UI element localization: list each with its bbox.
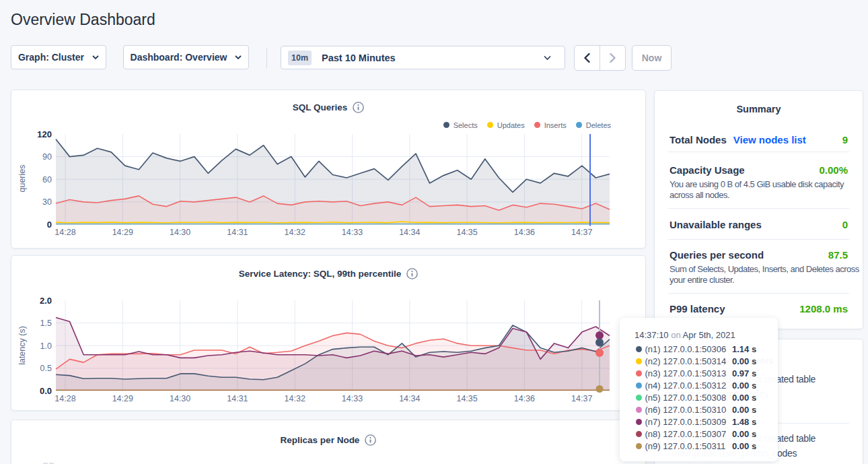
svg-text:60: 60 [42, 175, 52, 185]
svg-text:14:35: 14:35 [456, 228, 477, 237]
svg-text:14:28: 14:28 [55, 228, 75, 237]
svg-text:14:36: 14:36 [514, 228, 535, 237]
svg-text:14:33: 14:33 [342, 394, 363, 403]
svg-text:14:36: 14:36 [514, 394, 535, 403]
svg-text:1.0: 1.0 [40, 341, 52, 351]
svg-text:0.5: 0.5 [40, 364, 52, 373]
svg-text:queries: queries [17, 165, 27, 193]
svg-text:14:37: 14:37 [571, 394, 592, 403]
svg-text:14:30: 14:30 [170, 228, 190, 237]
svg-text:0: 0 [47, 220, 52, 230]
svg-text:14:37: 14:37 [571, 228, 592, 237]
svg-text:14:33: 14:33 [342, 228, 363, 237]
svg-text:14:30: 14:30 [170, 394, 190, 403]
svg-text:30: 30 [42, 197, 52, 207]
svg-text:14:34: 14:34 [399, 228, 420, 237]
svg-text:14:32: 14:32 [285, 394, 305, 403]
svg-text:14:31: 14:31 [227, 228, 248, 237]
svg-text:14:34: 14:34 [399, 394, 420, 403]
svg-text:14:35: 14:35 [456, 394, 477, 403]
svg-text:0.0: 0.0 [40, 386, 52, 396]
svg-text:120: 120 [37, 129, 52, 139]
svg-text:14:29: 14:29 [112, 228, 133, 237]
svg-text:2.0: 2.0 [40, 296, 52, 306]
svg-text:14:32: 14:32 [285, 228, 305, 237]
svg-text:14:28: 14:28 [55, 394, 75, 403]
svg-text:90: 90 [42, 152, 52, 162]
svg-text:14:31: 14:31 [227, 394, 248, 403]
svg-text:1.5: 1.5 [40, 319, 52, 328]
svg-text:latency (s): latency (s) [17, 326, 27, 365]
svg-text:14:29: 14:29 [112, 394, 133, 403]
